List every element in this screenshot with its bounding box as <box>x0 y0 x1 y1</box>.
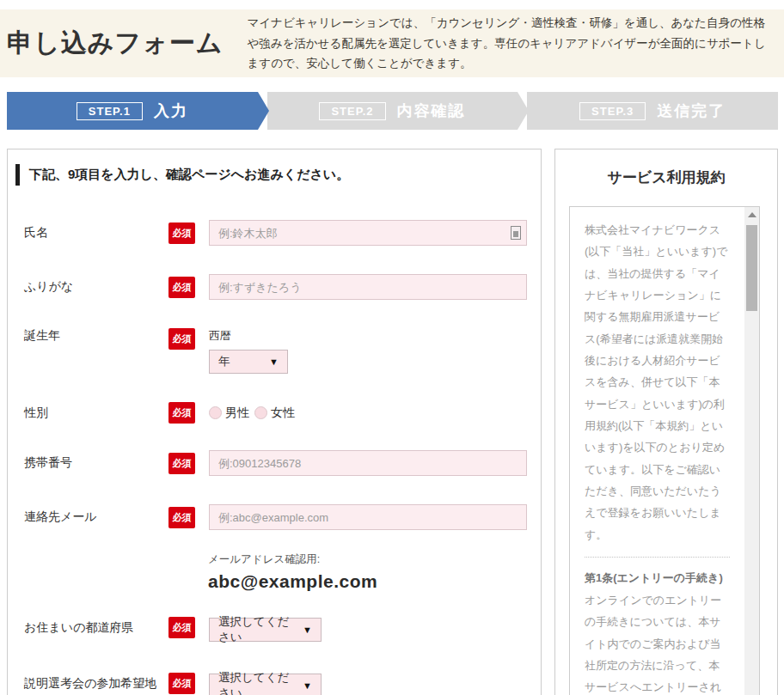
form-panel: 下記、9項目を入力し、確認ページへお進みください。 氏名 必須 ふりがな 必須 … <box>7 149 542 695</box>
era-label: 西暦 <box>209 328 541 344</box>
gender-radio-male[interactable]: 男性 <box>209 405 249 421</box>
step-1-input: STEP.1 入力 <box>7 92 258 130</box>
prefecture-label: お住まいの都道府県 <box>24 620 168 636</box>
required-badge: 必須 <box>168 673 195 694</box>
step-1-label: 入力 <box>154 101 188 121</box>
required-badge: 必須 <box>168 402 195 424</box>
mobile-label: 携帯番号 <box>24 455 168 471</box>
mobile-input[interactable] <box>209 450 527 476</box>
required-badge: 必須 <box>168 277 195 298</box>
terms-divider <box>585 557 730 558</box>
step-3-label: 送信完了 <box>657 101 726 121</box>
step-2-badge: STEP.2 <box>319 102 385 120</box>
gender-radio-female[interactable]: 女性 <box>254 405 295 421</box>
step-2-label: 内容確認 <box>397 101 466 121</box>
terms-scroll-area[interactable]: 株式会社マイナビワークス(以下「当社」といいます)では、当社の提供する「マイナビ… <box>569 206 760 695</box>
email-confirm-block: メールアドレス確認用: abc@example.com <box>15 552 541 592</box>
required-badge: 必須 <box>168 507 195 528</box>
terms-panel: サービス利用規約 株式会社マイナビワークス(以下「当社」といいます)では、当社の… <box>554 149 778 695</box>
chevron-down-icon: ▼ <box>303 625 312 635</box>
field-row-name: 氏名 必須 <box>15 220 541 246</box>
terms-scrollbar[interactable] <box>744 207 759 695</box>
page-title: 申し込みフォーム <box>7 26 224 61</box>
required-badge: 必須 <box>168 223 195 244</box>
step-3-badge: STEP.3 <box>579 102 646 120</box>
chevron-down-icon: ▼ <box>303 680 312 691</box>
step-indicator: STEP.1 入力 STEP.2 内容確認 STEP.3 送信完了 <box>7 92 778 130</box>
field-row-email: 連絡先メール 必須 <box>15 504 541 530</box>
terms-article1-title: 第1条(エントリーの手続き) <box>585 568 730 589</box>
gender-male-label: 男性 <box>225 405 249 421</box>
chevron-down-icon: ▼ <box>269 357 279 367</box>
main-content: 下記、9項目を入力し、確認ページへお進みください。 氏名 必須 ふりがな 必須 … <box>7 149 778 695</box>
prefecture-select-value: 選択してください <box>218 614 292 645</box>
gender-female-label: 女性 <box>271 405 295 421</box>
prefecture-select[interactable]: 選択してください ▼ <box>209 618 322 642</box>
field-row-session-location: 説明選考会の参加希望地 必須 選択してください ▼ <box>15 669 541 695</box>
step-2-confirm: STEP.2 内容確認 <box>267 92 518 130</box>
terms-article1-body: オンラインでのエントリーの手続きについては、本サイト内でのご案内および当社所定の… <box>585 589 730 695</box>
birth-year-label: 誕生年 <box>24 328 168 344</box>
session-location-select-value: 選択してください <box>218 670 292 695</box>
scrollbar-thumb[interactable] <box>746 225 757 311</box>
field-row-mobile: 携帯番号 必須 <box>15 450 541 476</box>
furigana-label: ふりがな <box>24 279 168 295</box>
email-input[interactable] <box>209 504 527 530</box>
terms-intro: 株式会社マイナビワークス(以下「当社」といいます)では、当社の提供する「マイナビ… <box>585 219 730 546</box>
required-badge: 必須 <box>168 617 195 638</box>
terms-title: サービス利用規約 <box>555 168 777 187</box>
gender-label: 性別 <box>24 405 168 421</box>
step-3-complete: STEP.3 送信完了 <box>527 92 778 130</box>
page-header: 申し込みフォーム マイナビキャリレーションでは、「カウンセリング・適性検査・研修… <box>0 9 784 77</box>
name-label: 氏名 <box>24 225 168 241</box>
furigana-input[interactable] <box>209 274 527 300</box>
birth-year-select[interactable]: 年 ▼ <box>209 350 288 374</box>
autofill-icon[interactable] <box>511 226 521 240</box>
session-location-select[interactable]: 選択してください ▼ <box>209 674 322 695</box>
required-badge: 必須 <box>168 328 195 350</box>
email-confirm-value: abc@example.com <box>208 571 541 592</box>
field-row-prefecture: お住まいの都道府県 必須 選択してください ▼ <box>15 613 541 642</box>
birth-year-select-value: 年 <box>218 354 230 369</box>
email-confirm-caption: メールアドレス確認用: <box>208 552 541 567</box>
form-instruction: 下記、9項目を入力し、確認ページへお進みください。 <box>15 164 541 186</box>
radio-circle-icon[interactable] <box>254 406 267 419</box>
field-row-birth-year: 誕生年 誕生年 必須 西暦 年 ▼ <box>15 328 541 374</box>
required-badge: 必須 <box>168 453 195 474</box>
header-description: マイナビキャリレーションでは、「カウンセリング・適性検査・研修」を通し、あなた自… <box>248 13 775 74</box>
field-row-furigana: ふりがな 必須 <box>15 274 541 300</box>
email-label: 連絡先メール <box>24 509 168 525</box>
step-1-badge: STEP.1 <box>77 102 143 120</box>
field-row-gender: 性別 必須 男性 女性 <box>15 402 541 424</box>
name-input[interactable] <box>209 220 527 246</box>
scroll-up-icon <box>748 212 756 217</box>
radio-circle-icon[interactable] <box>209 406 222 419</box>
session-location-label: 説明選考会の参加希望地 <box>24 676 168 692</box>
scroll-up-button[interactable] <box>744 207 759 222</box>
